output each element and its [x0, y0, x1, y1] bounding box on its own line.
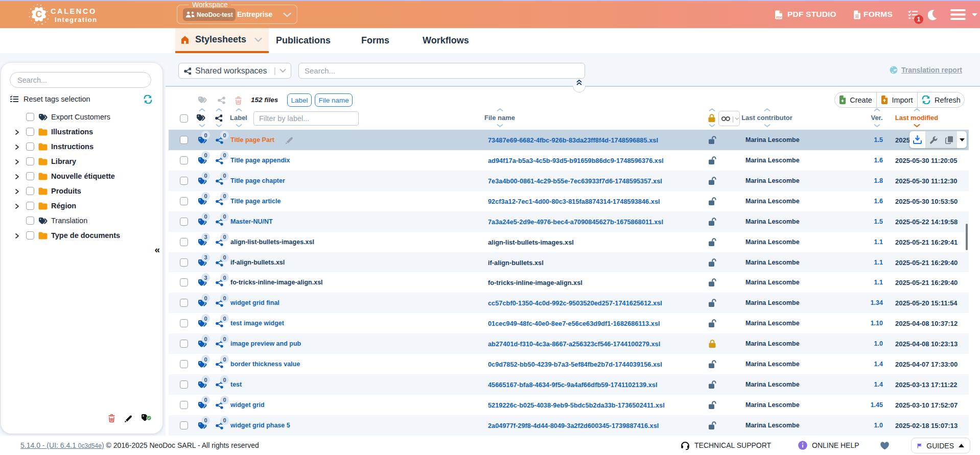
svg-text:C: C	[36, 9, 42, 19]
svg-text:PDF: PDF	[776, 16, 782, 19]
